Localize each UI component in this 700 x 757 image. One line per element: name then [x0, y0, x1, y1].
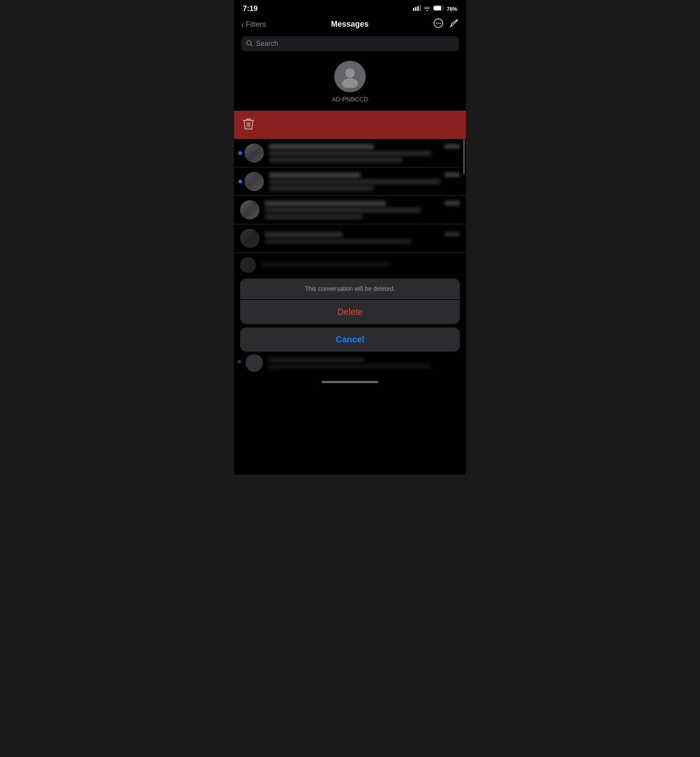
- unread-dot: [238, 180, 242, 183]
- avatar: [245, 354, 263, 372]
- nav-back-button[interactable]: ‹ Filters: [241, 20, 266, 29]
- svg-point-12: [342, 78, 358, 88]
- trash-icon: [243, 118, 254, 133]
- svg-rect-2: [417, 6, 419, 11]
- list-item[interactable]: [234, 253, 466, 275]
- cancel-button[interactable]: Cancel: [240, 328, 460, 352]
- list-item[interactable]: [234, 224, 466, 253]
- svg-point-8: [438, 23, 439, 24]
- page-title: Messages: [331, 20, 368, 29]
- message-content: [261, 262, 460, 269]
- signal-icon: [413, 5, 421, 12]
- svg-rect-5: [434, 6, 441, 10]
- more-button[interactable]: [434, 18, 443, 30]
- svg-point-7: [436, 23, 438, 24]
- message-content: [265, 232, 460, 245]
- contact-name: AD-PNBCCD: [332, 96, 368, 103]
- status-bar: 7:19: [234, 0, 466, 15]
- svg-point-9: [440, 23, 441, 24]
- battery-icon: 76%: [433, 5, 457, 13]
- action-sheet-info: This conversation will be deleted.: [240, 279, 460, 299]
- search-placeholder: Search: [256, 40, 278, 48]
- avatar: [334, 61, 366, 92]
- message-content: [265, 201, 460, 219]
- compose-button[interactable]: [449, 18, 459, 30]
- nav-actions: [434, 18, 459, 30]
- person-icon: [339, 65, 361, 88]
- contact-section: AD-PNBCCD: [234, 56, 466, 111]
- message-list: [234, 139, 466, 275]
- status-time: 7:19: [243, 4, 258, 13]
- unread-dot: [238, 360, 241, 363]
- avatar: [245, 172, 264, 191]
- list-item[interactable]: [234, 139, 466, 167]
- message-content: [269, 144, 460, 162]
- message-content: [268, 357, 460, 369]
- home-bar: [322, 381, 378, 383]
- action-sheet-message: This conversation will be deleted.: [305, 285, 395, 292]
- wifi-icon: [424, 6, 430, 12]
- list-item[interactable]: [234, 167, 466, 196]
- svg-rect-1: [415, 7, 416, 11]
- search-icon: [246, 40, 252, 48]
- avatar: [240, 257, 256, 273]
- avatar: [245, 143, 264, 163]
- svg-point-11: [345, 68, 355, 78]
- cancel-label: Cancel: [336, 335, 364, 344]
- svg-rect-3: [420, 5, 421, 11]
- home-indicator: [234, 372, 466, 387]
- battery-percent: 76%: [447, 6, 457, 12]
- search-bar[interactable]: Search: [241, 36, 459, 51]
- delete-button[interactable]: Delete: [240, 300, 460, 324]
- bottom-partial-row: [234, 352, 466, 372]
- avatar: [240, 200, 259, 220]
- avatar: [240, 229, 259, 248]
- svg-rect-0: [413, 8, 414, 11]
- nav-bar: ‹ Filters Messages: [234, 15, 466, 35]
- status-icons: 76%: [413, 5, 457, 13]
- delete-label: Delete: [337, 307, 363, 317]
- message-content: [269, 172, 460, 191]
- back-label: Filters: [246, 20, 266, 29]
- phone-frame: 7:19: [234, 0, 466, 474]
- back-chevron-icon: ‹: [241, 20, 244, 29]
- action-sheet: This conversation will be deleted. Delet…: [234, 279, 466, 352]
- delete-swipe-row[interactable]: [234, 111, 466, 139]
- unread-dot: [238, 151, 242, 155]
- list-item[interactable]: [234, 196, 466, 224]
